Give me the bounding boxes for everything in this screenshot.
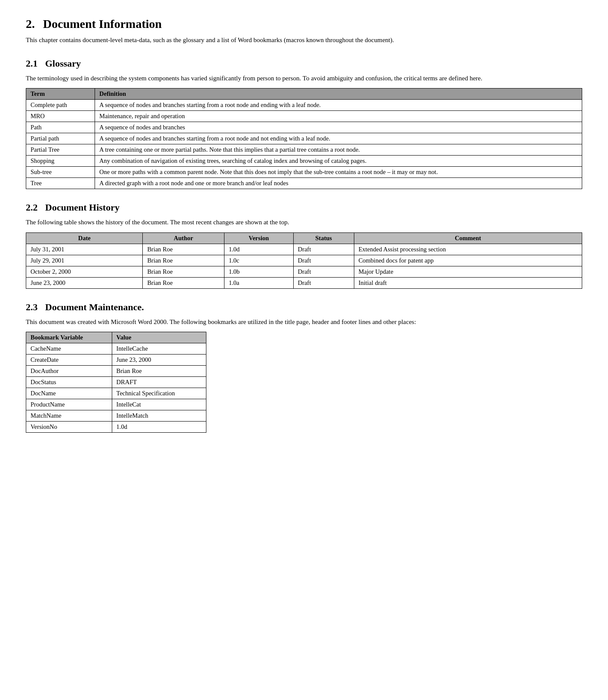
bookmark-row: DocNameTechnical Specification <box>26 388 206 399</box>
bookmark-value: IntelleCat <box>112 399 206 410</box>
glossary-definition: A sequence of nodes and branches startin… <box>95 133 582 144</box>
section-23-intro: This document was created with Microsoft… <box>26 317 582 327</box>
section-2-title: 2. Document Information <box>26 17 582 31</box>
glossary-row: Partial TreeA tree containing one or mor… <box>26 144 582 156</box>
bookmark-variable: DocAuthor <box>26 366 112 377</box>
section-22-title-text: Document History <box>45 202 120 213</box>
bookmark-row: MatchNameIntelleMatch <box>26 410 206 422</box>
history-status: Draft <box>293 266 354 277</box>
history-col-version: Version <box>224 232 293 244</box>
history-version: 1.0b <box>224 266 293 277</box>
bookmark-variable: DocStatus <box>26 377 112 388</box>
history-version: 1.0a <box>224 277 293 288</box>
bookmark-row: ProductNameIntelleCat <box>26 399 206 410</box>
history-comment: Major Update <box>354 266 582 277</box>
bookmark-row: DocAuthorBrian Roe <box>26 366 206 377</box>
bookmark-row: CreateDateJune 23, 2000 <box>26 355 206 366</box>
history-author: Brian Roe <box>143 277 224 288</box>
bookmark-value: DRAFT <box>112 377 206 388</box>
bookmark-value: 1.0d <box>112 422 206 433</box>
glossary-definition: A tree containing one or more partial pa… <box>95 144 582 156</box>
glossary-definition: One or more paths with a common parent n… <box>95 167 582 178</box>
glossary-term: Partial Tree <box>26 144 95 156</box>
glossary-definition: A sequence of nodes and branches startin… <box>95 100 582 111</box>
glossary-term: MRO <box>26 111 95 122</box>
history-status: Draft <box>293 255 354 266</box>
bookmark-value: IntelleCache <box>112 343 206 355</box>
glossary-term: Tree <box>26 178 95 189</box>
history-status: Draft <box>293 277 354 288</box>
history-version: 1.0c <box>224 255 293 266</box>
history-status: Draft <box>293 244 354 255</box>
glossary-definition: A directed graph with a root node and on… <box>95 178 582 189</box>
glossary-term: Path <box>26 122 95 133</box>
bookmark-variable: DocName <box>26 388 112 399</box>
section-22-intro: The following table shows the history of… <box>26 217 582 227</box>
section-21-number: 2.1 <box>26 58 38 69</box>
section-23-title: 2.3 Document Maintenance. <box>26 302 582 313</box>
history-author: Brian Roe <box>143 244 224 255</box>
history-version: 1.0d <box>224 244 293 255</box>
bookmark-variable: CacheName <box>26 343 112 355</box>
bookmark-row: CacheNameIntelleCache <box>26 343 206 355</box>
glossary-definition: Maintenance, repair and operation <box>95 111 582 122</box>
section-22-title: 2.2 Document History <box>26 202 582 213</box>
history-col-author: Author <box>143 232 224 244</box>
glossary-term: Sub-tree <box>26 167 95 178</box>
history-date: July 31, 2001 <box>26 244 143 255</box>
bookmark-value: Technical Specification <box>112 388 206 399</box>
history-comment: Initial draft <box>354 277 582 288</box>
history-col-status: Status <box>293 232 354 244</box>
glossary-col-term: Term <box>26 89 95 100</box>
glossary-table: Term Definition Complete pathA sequence … <box>26 88 582 189</box>
glossary-row: MROMaintenance, repair and operation <box>26 111 582 122</box>
history-author: Brian Roe <box>143 255 224 266</box>
bookmark-col-bookmark-variable: Bookmark Variable <box>26 332 112 343</box>
history-date: June 23, 2000 <box>26 277 143 288</box>
glossary-definition: A sequence of nodes and branches <box>95 122 582 133</box>
glossary-term: Complete path <box>26 100 95 111</box>
glossary-row: TreeA directed graph with a root node an… <box>26 178 582 189</box>
glossary-row: Sub-treeOne or more paths with a common … <box>26 167 582 178</box>
history-date: October 2, 2000 <box>26 266 143 277</box>
bookmark-table: Bookmark VariableValue CacheNameIntelleC… <box>26 332 206 433</box>
glossary-row: Complete pathA sequence of nodes and bra… <box>26 100 582 111</box>
glossary-row: Partial pathA sequence of nodes and bran… <box>26 133 582 144</box>
bookmark-col-value: Value <box>112 332 206 343</box>
bookmark-row: DocStatusDRAFT <box>26 377 206 388</box>
bookmark-variable: ProductName <box>26 399 112 410</box>
history-row: July 31, 2001Brian Roe1.0dDraftExtended … <box>26 244 582 255</box>
history-date: July 29, 2001 <box>26 255 143 266</box>
glossary-term: Partial path <box>26 133 95 144</box>
glossary-term: Shopping <box>26 156 95 167</box>
history-row: October 2, 2000Brian Roe1.0bDraftMajor U… <box>26 266 582 277</box>
bookmark-variable: VersionNo <box>26 422 112 433</box>
history-row: July 29, 2001Brian Roe1.0cDraftCombined … <box>26 255 582 266</box>
bookmark-value: IntelleMatch <box>112 410 206 422</box>
bookmark-variable: CreateDate <box>26 355 112 366</box>
section-2-intro: This chapter contains document-level met… <box>26 35 582 45</box>
history-col-date: Date <box>26 232 143 244</box>
section-2-number: 2. <box>26 17 35 31</box>
history-row: June 23, 2000Brian Roe1.0aDraftInitial d… <box>26 277 582 288</box>
glossary-col-definition: Definition <box>95 89 582 100</box>
history-col-comment: Comment <box>354 232 582 244</box>
bookmark-value: June 23, 2000 <box>112 355 206 366</box>
glossary-row: PathA sequence of nodes and branches <box>26 122 582 133</box>
bookmark-row: VersionNo1.0d <box>26 422 206 433</box>
glossary-row: ShoppingAny combination of navigation of… <box>26 156 582 167</box>
history-comment: Combined docs for patent app <box>354 255 582 266</box>
bookmark-value: Brian Roe <box>112 366 206 377</box>
glossary-definition: Any combination of navigation of existin… <box>95 156 582 167</box>
history-table: DateAuthorVersionStatusComment July 31, … <box>26 232 582 289</box>
history-author: Brian Roe <box>143 266 224 277</box>
history-comment: Extended Assist processing section <box>354 244 582 255</box>
section-21-title: 2.1 Glossary <box>26 58 582 69</box>
section-21-intro: The terminology used in describing the s… <box>26 73 582 83</box>
section-23-title-text: Document Maintenance. <box>45 302 144 312</box>
bookmark-variable: MatchName <box>26 410 112 422</box>
section-22-number: 2.2 <box>26 202 38 213</box>
section-2-title-text: Document Information <box>43 17 162 31</box>
section-23-number: 2.3 <box>26 302 38 312</box>
section-21-title-text: Glossary <box>45 58 81 69</box>
